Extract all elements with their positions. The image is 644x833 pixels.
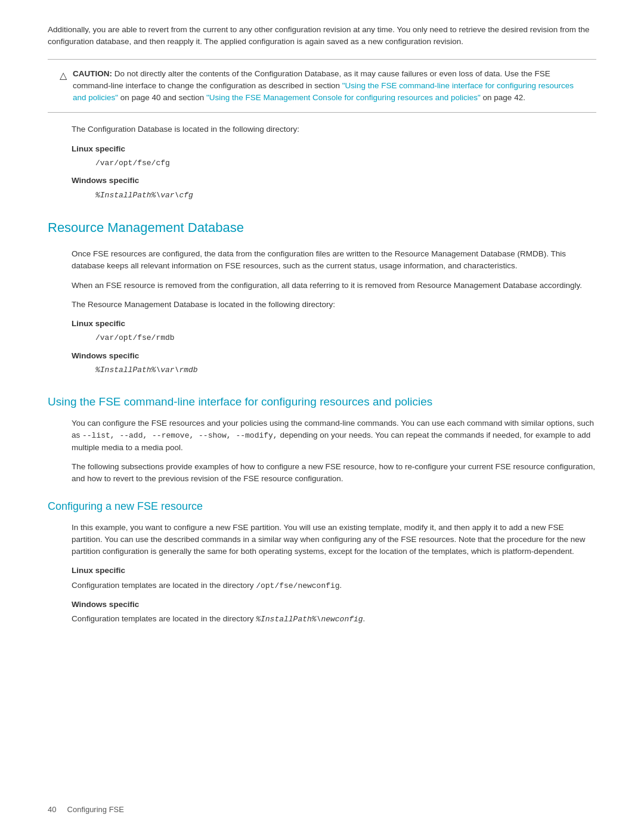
configuring-linux-end: . xyxy=(340,581,342,590)
linux-specific-label-1: Linux specific xyxy=(72,143,596,155)
resource-db-para1: Once FSE resources are configured, the d… xyxy=(72,248,596,272)
resource-db-para2: When an FSE resource is removed from the… xyxy=(72,280,596,292)
config-db-location: The Configuration Database is located in… xyxy=(72,123,596,201)
resource-db-para3: The Resource Management Database is loca… xyxy=(72,299,596,311)
caution-text: CAUTION: Do not directly alter the conte… xyxy=(73,68,584,104)
configuring-new-content: In this example, you want to configure a… xyxy=(72,522,596,625)
page: Additionally, you are able to revert fro… xyxy=(0,0,644,833)
configuring-linux-code: /opt/fse/newconfig xyxy=(256,581,339,590)
resource-linux-label: Linux specific xyxy=(72,318,596,330)
configuring-new-title: Configuring a new FSE resource xyxy=(48,498,596,515)
fse-cli-title: Using the FSE command-line interface for… xyxy=(48,394,596,410)
fse-cli-content: You can configure the FSE resources and … xyxy=(72,417,596,485)
resource-db-content: Once FSE resources are configured, the d… xyxy=(72,248,596,376)
fse-cli-para1-code: --list, --add, --remove, --show, --modif… xyxy=(82,431,278,440)
fse-cli-para1: You can configure the FSE resources and … xyxy=(72,417,596,454)
intro-para1: Additionally, you are able to revert fro… xyxy=(48,24,596,48)
configuring-windows-label: Windows specific xyxy=(72,599,596,611)
caution-link2[interactable]: "Using the FSE Management Console for co… xyxy=(206,93,481,102)
linux-path-1: /var/opt/fse/cfg xyxy=(95,157,596,169)
caution-icon: △ xyxy=(60,69,67,83)
configuring-windows-para: Configuration templates are located in t… xyxy=(72,613,596,625)
resource-windows-path: %InstallPath%\var\rmdb xyxy=(95,364,596,376)
configuring-linux-para: Configuration templates are located in t… xyxy=(72,580,596,592)
configuring-linux-label: Linux specific xyxy=(72,565,596,577)
configuring-windows-end: . xyxy=(363,614,366,623)
windows-path-1: %InstallPath%\var\cfg xyxy=(95,190,596,202)
windows-specific-label-1: Windows specific xyxy=(72,175,596,187)
configuring-new-para1: In this example, you want to configure a… xyxy=(72,522,596,558)
fse-cli-para2: The following subsections provide exampl… xyxy=(72,461,596,485)
config-db-intro-text: The Configuration Database is located in… xyxy=(72,123,596,135)
intro-text-1: Additionally, you are able to revert fro… xyxy=(48,24,596,48)
configuring-windows-pre: Configuration templates are located in t… xyxy=(72,614,256,623)
page-label-spacer xyxy=(58,805,65,814)
configuring-linux-pre: Configuration templates are located in t… xyxy=(72,581,256,590)
configuring-windows-code: %InstallPath%\newconfig xyxy=(256,615,363,624)
page-number: 40 xyxy=(48,805,56,814)
page-footer: 40 Configuring FSE xyxy=(48,804,124,816)
resource-db-title: Resource Management Database xyxy=(48,218,596,240)
caution-end: on page 42. xyxy=(483,93,525,102)
caution-box: △ CAUTION: Do not directly alter the con… xyxy=(48,59,596,113)
resource-windows-label: Windows specific xyxy=(72,350,596,362)
caution-label: CAUTION: xyxy=(73,69,112,78)
resource-linux-path: /var/opt/fse/rmdb xyxy=(95,332,596,344)
caution-mid: on page 40 and section xyxy=(120,93,206,102)
page-label: Configuring FSE xyxy=(67,805,124,814)
